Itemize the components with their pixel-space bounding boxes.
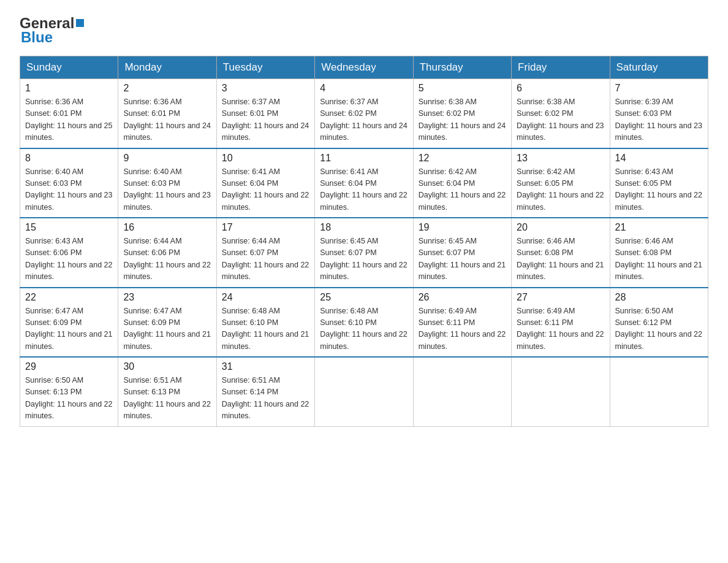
day-info: Sunrise: 6:50 AM Sunset: 6:13 PM Dayligh… <box>25 375 113 423</box>
day-info: Sunrise: 6:44 AM Sunset: 6:07 PM Dayligh… <box>222 236 309 283</box>
calendar-week-row: 22 Sunrise: 6:47 AM Sunset: 6:09 PM Dayl… <box>20 288 708 358</box>
calendar-day-cell <box>610 357 708 426</box>
calendar-day-cell: 14 Sunrise: 6:43 AM Sunset: 6:05 PM Dayl… <box>610 148 708 218</box>
calendar-week-row: 1 Sunrise: 6:36 AM Sunset: 6:01 PM Dayli… <box>20 79 708 148</box>
day-number: 6 <box>517 83 604 94</box>
day-number: 15 <box>25 222 113 233</box>
day-number: 26 <box>419 292 506 303</box>
day-number: 20 <box>517 222 604 233</box>
day-info: Sunrise: 6:48 AM Sunset: 6:10 PM Dayligh… <box>320 305 408 353</box>
logo-triangle-icon <box>76 19 84 27</box>
calendar-day-cell: 7 Sunrise: 6:39 AM Sunset: 6:03 PM Dayli… <box>610 79 708 148</box>
day-number: 12 <box>419 153 506 164</box>
day-info: Sunrise: 6:41 AM Sunset: 6:04 PM Dayligh… <box>222 166 309 214</box>
day-of-week-header: Saturday <box>610 56 708 79</box>
day-info: Sunrise: 6:41 AM Sunset: 6:04 PM Dayligh… <box>320 166 408 214</box>
day-number: 23 <box>123 292 211 303</box>
calendar-day-cell: 12 Sunrise: 6:42 AM Sunset: 6:04 PM Dayl… <box>413 148 511 218</box>
day-number: 9 <box>123 153 211 164</box>
day-info: Sunrise: 6:48 AM Sunset: 6:10 PM Dayligh… <box>222 305 309 353</box>
day-of-week-header: Thursday <box>413 56 511 79</box>
calendar-week-row: 15 Sunrise: 6:43 AM Sunset: 6:06 PM Dayl… <box>20 218 708 288</box>
calendar-day-cell: 16 Sunrise: 6:44 AM Sunset: 6:06 PM Dayl… <box>118 218 216 288</box>
day-info: Sunrise: 6:42 AM Sunset: 6:05 PM Dayligh… <box>517 166 604 214</box>
day-info: Sunrise: 6:36 AM Sunset: 6:01 PM Dayligh… <box>123 96 211 144</box>
calendar-day-cell: 1 Sunrise: 6:36 AM Sunset: 6:01 PM Dayli… <box>20 79 118 148</box>
day-number: 30 <box>123 361 211 372</box>
day-info: Sunrise: 6:37 AM Sunset: 6:01 PM Dayligh… <box>222 96 309 144</box>
day-number: 7 <box>615 83 703 94</box>
day-number: 17 <box>222 222 309 233</box>
logo-blue: Blue <box>21 29 53 46</box>
calendar-day-cell: 8 Sunrise: 6:40 AM Sunset: 6:03 PM Dayli… <box>20 148 118 218</box>
calendar-day-cell <box>413 357 511 426</box>
day-info: Sunrise: 6:43 AM Sunset: 6:05 PM Dayligh… <box>615 166 703 214</box>
day-info: Sunrise: 6:49 AM Sunset: 6:11 PM Dayligh… <box>517 305 604 353</box>
day-number: 18 <box>320 222 408 233</box>
day-of-week-header: Monday <box>118 56 216 79</box>
day-number: 25 <box>320 292 408 303</box>
day-info: Sunrise: 6:42 AM Sunset: 6:04 PM Dayligh… <box>419 166 506 214</box>
calendar-day-cell: 5 Sunrise: 6:38 AM Sunset: 6:02 PM Dayli… <box>413 79 511 148</box>
day-number: 22 <box>25 292 113 303</box>
day-info: Sunrise: 6:36 AM Sunset: 6:01 PM Dayligh… <box>25 96 113 144</box>
day-info: Sunrise: 6:40 AM Sunset: 6:03 PM Dayligh… <box>25 166 113 214</box>
day-info: Sunrise: 6:39 AM Sunset: 6:03 PM Dayligh… <box>615 96 703 144</box>
day-info: Sunrise: 6:46 AM Sunset: 6:08 PM Dayligh… <box>615 236 703 283</box>
calendar-header-row: SundayMondayTuesdayWednesdayThursdayFrid… <box>20 56 708 79</box>
day-of-week-header: Wednesday <box>315 56 413 79</box>
day-number: 5 <box>419 83 506 94</box>
calendar-week-row: 8 Sunrise: 6:40 AM Sunset: 6:03 PM Dayli… <box>20 148 708 218</box>
calendar-day-cell: 29 Sunrise: 6:50 AM Sunset: 6:13 PM Dayl… <box>20 357 118 426</box>
day-number: 1 <box>25 83 113 94</box>
calendar-day-cell: 13 Sunrise: 6:42 AM Sunset: 6:05 PM Dayl… <box>512 148 610 218</box>
day-number: 28 <box>615 292 703 303</box>
day-info: Sunrise: 6:49 AM Sunset: 6:11 PM Dayligh… <box>419 305 506 353</box>
day-number: 8 <box>25 153 113 164</box>
day-info: Sunrise: 6:44 AM Sunset: 6:06 PM Dayligh… <box>123 236 211 283</box>
calendar-day-cell: 24 Sunrise: 6:48 AM Sunset: 6:10 PM Dayl… <box>216 288 314 358</box>
day-number: 19 <box>419 222 506 233</box>
calendar-day-cell: 27 Sunrise: 6:49 AM Sunset: 6:11 PM Dayl… <box>512 288 610 358</box>
calendar-day-cell: 30 Sunrise: 6:51 AM Sunset: 6:13 PM Dayl… <box>118 357 216 426</box>
day-of-week-header: Tuesday <box>216 56 314 79</box>
day-info: Sunrise: 6:37 AM Sunset: 6:02 PM Dayligh… <box>320 96 408 144</box>
calendar-day-cell: 22 Sunrise: 6:47 AM Sunset: 6:09 PM Dayl… <box>20 288 118 358</box>
day-number: 29 <box>25 361 113 372</box>
calendar-table: SundayMondayTuesdayWednesdayThursdayFrid… <box>20 56 708 427</box>
calendar-week-row: 29 Sunrise: 6:50 AM Sunset: 6:13 PM Dayl… <box>20 357 708 426</box>
day-of-week-header: Sunday <box>20 56 118 79</box>
calendar-day-cell: 19 Sunrise: 6:45 AM Sunset: 6:07 PM Dayl… <box>413 218 511 288</box>
calendar-day-cell: 3 Sunrise: 6:37 AM Sunset: 6:01 PM Dayli… <box>216 79 314 148</box>
calendar-day-cell <box>315 357 413 426</box>
calendar-day-cell <box>512 357 610 426</box>
calendar-day-cell: 17 Sunrise: 6:44 AM Sunset: 6:07 PM Dayl… <box>216 218 314 288</box>
day-info: Sunrise: 6:45 AM Sunset: 6:07 PM Dayligh… <box>419 236 506 283</box>
day-info: Sunrise: 6:38 AM Sunset: 6:02 PM Dayligh… <box>419 96 506 144</box>
logo: General Blue <box>20 15 84 46</box>
day-number: 13 <box>517 153 604 164</box>
calendar-day-cell: 23 Sunrise: 6:47 AM Sunset: 6:09 PM Dayl… <box>118 288 216 358</box>
day-number: 3 <box>222 83 309 94</box>
calendar-day-cell: 18 Sunrise: 6:45 AM Sunset: 6:07 PM Dayl… <box>315 218 413 288</box>
day-number: 24 <box>222 292 309 303</box>
calendar-day-cell: 26 Sunrise: 6:49 AM Sunset: 6:11 PM Dayl… <box>413 288 511 358</box>
day-info: Sunrise: 6:43 AM Sunset: 6:06 PM Dayligh… <box>25 236 113 283</box>
day-number: 14 <box>615 153 703 164</box>
calendar-day-cell: 21 Sunrise: 6:46 AM Sunset: 6:08 PM Dayl… <box>610 218 708 288</box>
calendar-day-cell: 4 Sunrise: 6:37 AM Sunset: 6:02 PM Dayli… <box>315 79 413 148</box>
day-number: 2 <box>123 83 211 94</box>
day-info: Sunrise: 6:47 AM Sunset: 6:09 PM Dayligh… <box>25 305 113 353</box>
day-info: Sunrise: 6:50 AM Sunset: 6:12 PM Dayligh… <box>615 305 703 353</box>
calendar-day-cell: 31 Sunrise: 6:51 AM Sunset: 6:14 PM Dayl… <box>216 357 314 426</box>
calendar-day-cell: 2 Sunrise: 6:36 AM Sunset: 6:01 PM Dayli… <box>118 79 216 148</box>
day-info: Sunrise: 6:51 AM Sunset: 6:14 PM Dayligh… <box>222 375 309 423</box>
day-number: 27 <box>517 292 604 303</box>
calendar-day-cell: 6 Sunrise: 6:38 AM Sunset: 6:02 PM Dayli… <box>512 79 610 148</box>
day-info: Sunrise: 6:45 AM Sunset: 6:07 PM Dayligh… <box>320 236 408 283</box>
day-info: Sunrise: 6:46 AM Sunset: 6:08 PM Dayligh… <box>517 236 604 283</box>
calendar-day-cell: 28 Sunrise: 6:50 AM Sunset: 6:12 PM Dayl… <box>610 288 708 358</box>
day-of-week-header: Friday <box>512 56 610 79</box>
calendar-day-cell: 9 Sunrise: 6:40 AM Sunset: 6:03 PM Dayli… <box>118 148 216 218</box>
page-header: General Blue <box>20 15 708 46</box>
